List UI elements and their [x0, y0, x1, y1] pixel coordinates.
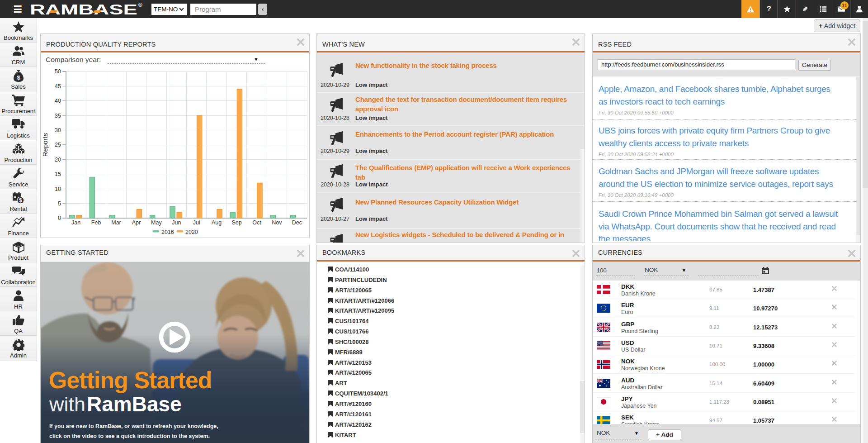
svg-text:Nov: Nov	[272, 219, 282, 226]
svg-text:30: 30	[55, 127, 61, 133]
svg-text:Reports: Reports	[41, 133, 49, 157]
svg-text:10: 10	[55, 186, 61, 192]
svg-text:$: $	[19, 197, 22, 204]
svg-text:50: 50	[55, 68, 61, 75]
svg-text:5: 5	[58, 200, 61, 207]
svg-text:Jul: Jul	[193, 219, 200, 226]
svg-text:®: ®	[138, 2, 142, 8]
svg-text:$: $	[17, 74, 20, 81]
svg-text:Feb: Feb	[91, 219, 101, 226]
svg-text:40: 40	[55, 98, 61, 104]
svg-text:20: 20	[55, 157, 61, 163]
svg-text:2020: 2020	[185, 229, 198, 235]
svg-text:15: 15	[55, 171, 61, 177]
svg-text:Dec: Dec	[292, 219, 302, 226]
svg-text:Aug: Aug	[212, 219, 222, 226]
svg-text:Mar: Mar	[111, 219, 121, 226]
svg-text:45: 45	[55, 83, 61, 90]
svg-text:Jan: Jan	[71, 219, 80, 226]
svg-text:Sep: Sep	[231, 219, 241, 226]
svg-text:Apr: Apr	[132, 219, 141, 226]
svg-text:Oct: Oct	[252, 219, 261, 226]
svg-text:25: 25	[55, 142, 61, 148]
svg-text:RAMBASE: RAMBASE	[30, 1, 137, 18]
svg-text:35: 35	[55, 113, 61, 119]
svg-text:0: 0	[58, 215, 61, 221]
svg-text:May: May	[151, 219, 162, 226]
svg-text:2016: 2016	[161, 229, 174, 235]
svg-text:Jun: Jun	[172, 219, 181, 226]
